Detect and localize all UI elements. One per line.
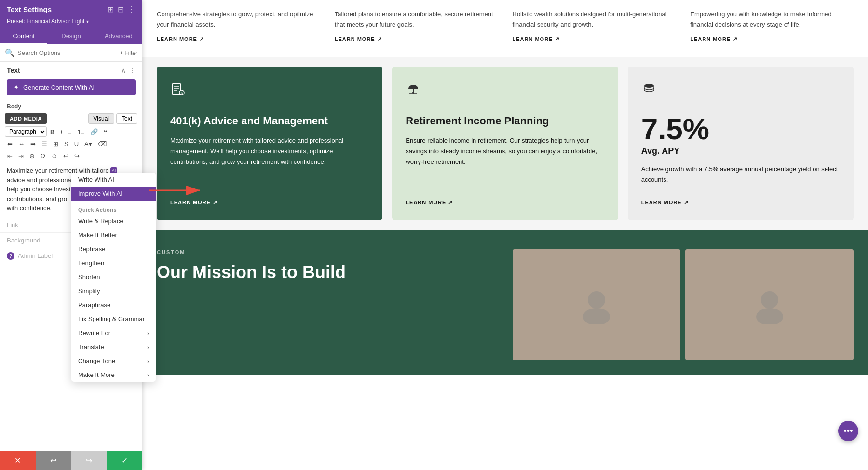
card-link-apy[interactable]: LEARN MORE ↗ bbox=[641, 200, 840, 206]
dropdown-container: Write With AI Improve With AI Quick Acti… bbox=[71, 173, 156, 382]
panel-bottom: ✕ ↩ ↪ ✓ bbox=[0, 451, 142, 470]
panel-header-icons: ⊞ ⊟ ⋮ bbox=[108, 5, 136, 14]
arrow-icon-0: ↗ bbox=[199, 36, 204, 42]
collapse-icon[interactable]: ∧ bbox=[121, 67, 126, 74]
write-with-ai-item[interactable]: Write With AI bbox=[71, 173, 156, 187]
dropdown-menu: Write With AI Improve With AI Quick Acti… bbox=[71, 173, 156, 382]
card-link-arrow-2: ↗ bbox=[684, 200, 689, 206]
body-text-3: help you choose invest bbox=[7, 186, 70, 193]
toolbar-row-1: Paragraph B I ≡ 1≡ 🔗 ❝ bbox=[0, 125, 142, 138]
unordered-list-button[interactable]: ≡ bbox=[66, 127, 74, 137]
italic-button[interactable]: I bbox=[58, 127, 65, 137]
redo-text-button[interactable]: ↪ bbox=[72, 151, 82, 161]
more-icon[interactable]: ⋮ bbox=[128, 5, 136, 14]
card-title-401k: 401(k) Advice and Management bbox=[170, 114, 369, 128]
svg-text:$: $ bbox=[181, 91, 183, 94]
paragraph-select[interactable]: Paragraph bbox=[5, 126, 47, 137]
top-cards-row: Comprehensive strategies to grow, protec… bbox=[142, 0, 868, 57]
text-tab[interactable]: Text bbox=[116, 113, 137, 124]
learn-more-link-1[interactable]: LEARN MORE ↗ bbox=[335, 36, 498, 42]
arrow-icon-1: ↗ bbox=[377, 36, 382, 42]
columns-icon[interactable]: ⊟ bbox=[118, 5, 124, 14]
learn-more-link-2[interactable]: LEARN MORE ↗ bbox=[513, 36, 676, 42]
save-button[interactable]: ✓ bbox=[107, 451, 142, 470]
emoji-button[interactable]: ☺ bbox=[49, 151, 60, 161]
learn-more-link-3[interactable]: LEARN MORE ↗ bbox=[690, 36, 854, 42]
tab-design[interactable]: Design bbox=[47, 28, 95, 44]
change-tone-item[interactable]: Change Tone › bbox=[71, 354, 156, 368]
rewrite-for-item[interactable]: Rewrite For › bbox=[71, 326, 156, 340]
cancel-button[interactable]: ✕ bbox=[0, 451, 36, 470]
make-more-item[interactable]: Make It More › bbox=[71, 368, 156, 382]
top-card-3: Empowering you with knowledge to make in… bbox=[690, 5, 854, 47]
section-more-icon[interactable]: ⋮ bbox=[129, 67, 136, 74]
make-more-chevron-icon: › bbox=[147, 372, 149, 378]
card-link-arrow-1: ↗ bbox=[448, 200, 453, 206]
quote-button[interactable]: ❝ bbox=[101, 127, 109, 137]
indent-left-button[interactable]: ⇤ bbox=[5, 151, 15, 161]
special-char-button[interactable]: Ω bbox=[38, 151, 48, 161]
card-link-arrow-0: ↗ bbox=[213, 200, 217, 206]
card-title-retirement: Retirement Income Planning bbox=[406, 114, 604, 128]
improve-with-ai-item[interactable]: Improve With AI bbox=[71, 187, 156, 201]
svg-point-15 bbox=[756, 308, 783, 324]
ordered-list-button[interactable]: 1≡ bbox=[75, 127, 87, 137]
filter-button[interactable]: + Filter bbox=[120, 50, 137, 56]
search-input[interactable] bbox=[17, 49, 117, 56]
undo-button[interactable]: ↩ bbox=[36, 451, 71, 470]
fab-button[interactable]: ••• bbox=[838, 421, 858, 441]
align-right-button[interactable]: ➡ bbox=[28, 139, 38, 149]
add-media-button[interactable]: ADD MEDIA bbox=[5, 113, 47, 124]
card-link-401k[interactable]: LEARN MORE ↗ bbox=[170, 200, 369, 206]
undo-text-button[interactable]: ↩ bbox=[61, 151, 71, 161]
strikethrough-button[interactable]: S bbox=[62, 139, 71, 149]
justify-button[interactable]: ☰ bbox=[39, 139, 50, 149]
tab-content[interactable]: Content bbox=[0, 28, 47, 44]
expand-icon[interactable]: ⊞ bbox=[108, 5, 114, 14]
big-number-sub: Avg. APY bbox=[641, 146, 840, 156]
toolbar-media-row: ADD MEDIA Visual Text bbox=[0, 112, 142, 125]
table-button[interactable]: ⊞ bbox=[51, 139, 61, 149]
redo-button[interactable]: ↪ bbox=[71, 451, 107, 470]
indent-right-button[interactable]: ⇥ bbox=[16, 151, 26, 161]
shorten-item[interactable]: Shorten bbox=[71, 270, 156, 284]
section-label: Text bbox=[7, 67, 20, 74]
lengthen-item[interactable]: Lengthen bbox=[71, 256, 156, 270]
write-replace-item[interactable]: Write & Replace bbox=[71, 214, 156, 228]
rephrase-item[interactable]: Rephrase bbox=[71, 242, 156, 256]
section-icons: ∧ ⋮ bbox=[121, 67, 136, 74]
card-link-retirement[interactable]: LEARN MORE ↗ bbox=[406, 200, 604, 206]
help-icon: ? bbox=[7, 252, 14, 260]
learn-more-link-0[interactable]: LEARN MORE ↗ bbox=[157, 36, 320, 42]
bottom-images bbox=[513, 249, 854, 360]
generate-ai-button[interactable]: ✦ Generate Content With AI bbox=[7, 79, 136, 95]
left-panel: Text Settings ⊞ ⊟ ⋮ Preset: Financial Ad… bbox=[0, 0, 142, 470]
body-label: Body bbox=[0, 100, 142, 112]
paraphrase-item[interactable]: Paraphrase bbox=[71, 298, 156, 312]
more-formats-button[interactable]: ⊕ bbox=[27, 151, 37, 161]
panel-search: 🔍 + Filter bbox=[0, 44, 142, 62]
top-card-text-2: Holistic wealth solutions designed for m… bbox=[513, 10, 676, 30]
visual-tab[interactable]: Visual bbox=[88, 113, 114, 124]
link-button[interactable]: 🔗 bbox=[88, 127, 100, 137]
simplify-item[interactable]: Simplify bbox=[71, 284, 156, 298]
dropdown-divider bbox=[71, 202, 156, 202]
make-better-item[interactable]: Make It Better bbox=[71, 228, 156, 242]
align-left-button[interactable]: ⬅ bbox=[5, 139, 15, 149]
tab-advanced[interactable]: Advanced bbox=[95, 28, 142, 44]
top-card-0: Comprehensive strategies to grow, protec… bbox=[157, 5, 320, 47]
fab-icon: ••• bbox=[844, 426, 853, 436]
underline-button[interactable]: U bbox=[72, 139, 81, 149]
image-placeholder-1 bbox=[513, 249, 681, 360]
panel-preset[interactable]: Preset: Financial Advisor Light ▾ bbox=[0, 17, 142, 28]
rewrite-chevron-icon: › bbox=[147, 330, 149, 336]
clear-format-button[interactable]: ⌫ bbox=[95, 139, 109, 149]
search-icon: 🔍 bbox=[5, 48, 14, 57]
text-color-button[interactable]: A▾ bbox=[82, 139, 95, 149]
translate-item[interactable]: Translate › bbox=[71, 340, 156, 354]
red-arrow bbox=[149, 183, 207, 200]
feature-card-retirement: Retirement Income Planning Ensure reliab… bbox=[392, 67, 618, 220]
bold-button[interactable]: B bbox=[48, 127, 57, 137]
fix-spelling-item[interactable]: Fix Spelling & Grammar bbox=[71, 312, 156, 326]
align-center-button[interactable]: ↔ bbox=[16, 139, 27, 149]
